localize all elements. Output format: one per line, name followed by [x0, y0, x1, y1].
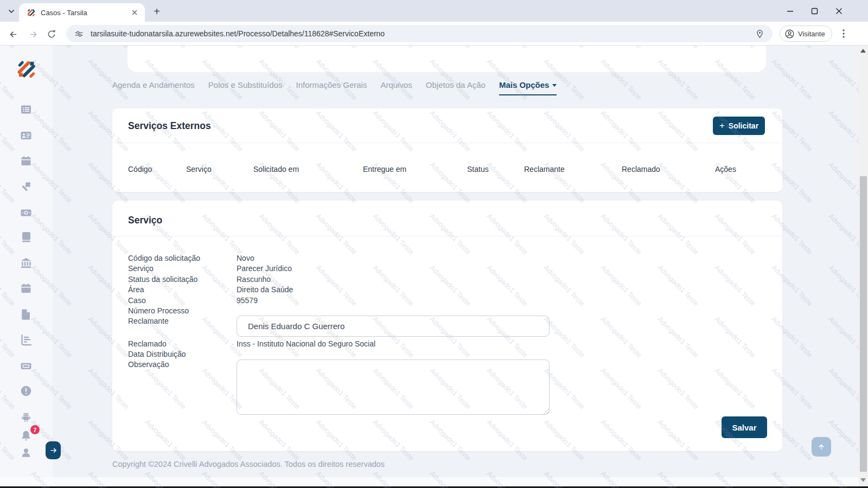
notification-badge: 7: [30, 425, 40, 434]
field-value: Direito da Saúde: [237, 285, 293, 295]
calendar-icon[interactable]: [20, 155, 33, 168]
card-divider: [112, 143, 782, 143]
address-bar[interactable]: tarsilasuite-tudonatarsila.azurewebsites…: [66, 25, 773, 42]
reclamado-value: Inss - Instituto Nacional do Seguro Soci…: [237, 339, 375, 349]
servico-form-card: Serviço Código da solicitação Serviço St…: [112, 201, 782, 451]
col-header-codigo: Código: [128, 165, 152, 174]
book-icon[interactable]: [20, 230, 33, 243]
copyright-text: Copyright ©2024 Crivelli Advogados Assoc…: [112, 460, 385, 468]
app-page: 7 Agenda e Andamentos Polos e Substituíd…: [0, 46, 868, 488]
browser-menu-icon[interactable]: [837, 27, 850, 40]
tab-agenda-e-andamentos[interactable]: Agenda e Andamentos: [112, 80, 195, 94]
browser-tab[interactable]: Casos - Tarsila: [19, 3, 145, 22]
col-header-reclamante: Reclamante: [524, 165, 565, 174]
card-divider: [112, 236, 782, 236]
field-label-reclamante: Reclamante: [128, 316, 200, 326]
favicon-tarsila-logo: [27, 8, 36, 17]
tab-mais-opcoes[interactable]: Mais Opções: [499, 80, 557, 95]
field-value: Parecer Jurídico: [237, 264, 293, 274]
tab-close-icon[interactable]: [130, 8, 139, 17]
report-chart-icon[interactable]: [20, 333, 33, 346]
scrollbar-thumb[interactable]: [860, 176, 867, 472]
tarsila-logo[interactable]: [16, 59, 37, 80]
field-label: Número Processo: [128, 306, 200, 316]
form-values: Novo Parecer Jurídico Rascunho Direito d…: [237, 253, 293, 316]
page-bottom-strip: [0, 477, 868, 486]
col-header-entregue: Entregue em: [363, 165, 406, 174]
field-label-data-distribuicao: Data Distribuição: [128, 349, 186, 359]
scroll-to-top-button[interactable]: [812, 437, 831, 457]
app-sidebar: 7: [0, 46, 53, 488]
salvar-button[interactable]: Salvar: [722, 416, 767, 438]
tab-arquivos[interactable]: Arquivos: [380, 80, 412, 94]
tab-informacoes-gerais[interactable]: Informações Gerais: [296, 80, 367, 94]
gavel-icon[interactable]: [20, 181, 33, 194]
profile-label: Visitante: [798, 30, 825, 38]
url-text[interactable]: tarsilasuite-tudonatarsila.azurewebsites…: [91, 29, 755, 38]
servicos-externos-title: Serviços Externos: [128, 120, 211, 132]
forward-button[interactable]: [26, 27, 40, 41]
field-label: Área: [128, 285, 200, 295]
window-maximize-button[interactable]: [806, 3, 822, 18]
contact-card-icon[interactable]: [20, 129, 33, 142]
col-header-acoes: Ações: [715, 165, 736, 174]
scrolled-card-remnant: [127, 46, 766, 72]
process-nav-tabs: Agenda e Andamentos Polos e Substituídos…: [112, 80, 557, 95]
cases-list-icon[interactable]: [20, 103, 33, 116]
col-header-status: Status: [467, 165, 489, 174]
field-label: Status da solicitação: [128, 274, 200, 285]
tab-polos-e-substituidos[interactable]: Polos e Substituídos: [208, 80, 283, 94]
browser-window: Casos - Tarsila +: [0, 0, 868, 488]
field-value: [237, 306, 293, 316]
location-pin-icon[interactable]: [755, 29, 765, 39]
browser-tabstrip: Casos - Tarsila +: [0, 0, 868, 22]
field-label: Código da solicitação: [128, 253, 200, 264]
profile-avatar-icon: [784, 29, 795, 39]
window-minimize-button[interactable]: [782, 3, 798, 18]
observacao-textarea[interactable]: [237, 359, 550, 415]
scrollbar-down-arrow-icon[interactable]: [860, 478, 866, 482]
field-value: Rascunho: [237, 274, 293, 285]
solicitar-button[interactable]: + Solicitar: [713, 117, 765, 135]
textarea-resize-grip[interactable]: [544, 409, 549, 414]
sidebar-expand-button[interactable]: [46, 441, 61, 459]
vertical-scrollbar[interactable]: [859, 46, 868, 486]
servico-title: Serviço: [128, 215, 162, 226]
window-close-button[interactable]: [831, 3, 847, 18]
profile-chip[interactable]: Visitante: [780, 25, 832, 42]
servicos-externos-card: Serviços Externos + Solicitar Código Ser…: [112, 108, 782, 192]
col-header-solicitado: Solicitado em: [253, 165, 299, 174]
form-labels: Código da solicitação Serviço Status da …: [128, 253, 200, 327]
android-icon[interactable]: [20, 410, 33, 423]
alert-icon[interactable]: [20, 384, 33, 397]
tab-objetos-da-acao[interactable]: Objetos da Ação: [426, 80, 486, 94]
new-tab-button[interactable]: +: [150, 4, 164, 18]
field-label-reclamado: Reclamado: [128, 339, 167, 349]
reload-button[interactable]: [44, 27, 59, 41]
scrollbar-up-arrow-icon[interactable]: [860, 49, 866, 53]
reclamante-input[interactable]: [237, 316, 550, 337]
field-label-observacao: Observação: [128, 359, 169, 370]
document-icon[interactable]: [20, 308, 33, 321]
ticket-icon[interactable]: [20, 359, 33, 373]
field-label: Serviço: [128, 264, 200, 274]
plus-icon: +: [719, 120, 725, 131]
col-header-reclamado: Reclamado: [622, 165, 660, 174]
cash-icon[interactable]: [20, 206, 33, 219]
back-button[interactable]: [6, 27, 20, 41]
field-value: Novo: [237, 253, 293, 264]
bank-icon[interactable]: [20, 256, 33, 269]
tab-search-chevron-icon[interactable]: [4, 4, 18, 18]
agenda-calendar-icon[interactable]: [20, 282, 33, 295]
profile-person-icon[interactable]: [20, 446, 33, 459]
col-header-servico: Serviço: [186, 165, 212, 174]
chevron-down-icon: [552, 84, 557, 87]
field-label: Caso: [128, 296, 200, 306]
site-settings-icon[interactable]: [74, 29, 84, 39]
field-value: 95579: [237, 296, 293, 306]
tab-title: Casos - Tarsila: [41, 9, 130, 17]
